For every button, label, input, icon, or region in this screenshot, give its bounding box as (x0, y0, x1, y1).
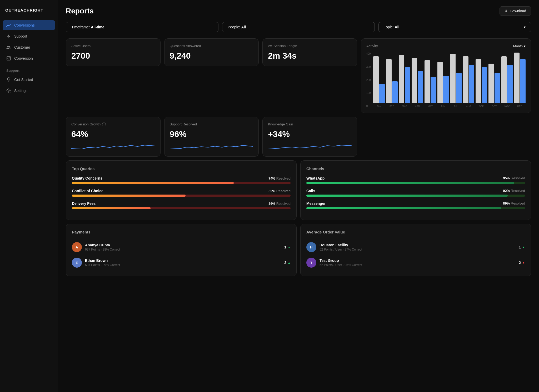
bar-white (412, 58, 417, 103)
checklist-icon (6, 56, 11, 61)
person-info: Houston Facility 52 Points / User · 97% … (320, 243, 516, 251)
sidebar-item-support[interactable]: Support (3, 31, 55, 41)
arrow-down-icon: ▼ (522, 261, 525, 264)
query-name: Quality Concerns (72, 176, 102, 180)
channel-track (306, 207, 525, 209)
average-order-panel: Average Order Value H Houston Facility 5… (300, 224, 531, 276)
progress-track (72, 195, 291, 197)
bar-group (412, 58, 423, 103)
sidebar-item-conversions[interactable]: Conversions (3, 20, 55, 30)
channel-name: Messenger (306, 201, 326, 206)
bar-blue (495, 73, 500, 103)
bar-blue (405, 67, 410, 103)
query-resolved: 52% Resolved (268, 189, 291, 193)
sidebar: OUTREACHRIGHT Conversions Support (0, 0, 58, 392)
sidebar-item-conversion[interactable]: Conversion (3, 53, 55, 63)
aov-item: T Test Group 52 Points / User · 95% Corr… (306, 255, 525, 270)
progress-fill (72, 182, 234, 184)
download-icon: ⬇ (505, 9, 508, 13)
bar-group (386, 59, 398, 103)
bar-blue (431, 77, 436, 103)
timeframe-filter[interactable]: Timeframe: All-time (66, 22, 218, 32)
sidebar-item-label: Conversion (14, 56, 33, 60)
arrow-up-icon: ▲ (522, 246, 525, 249)
rank-number: 2 (519, 261, 521, 265)
bottom-grid: Top Quaries Quality Concerns 74% Resolve… (66, 160, 531, 220)
bar-white (476, 59, 481, 103)
download-button[interactable]: ⬇ Download (500, 6, 531, 16)
sidebar-item-get-started[interactable]: Get Started (3, 75, 55, 85)
x-label: JAN (373, 105, 385, 108)
channel-resolved: 92% Resolved (503, 189, 525, 193)
topic-filter[interactable]: Topic: All ▾ (378, 22, 531, 32)
sidebar-item-settings[interactable]: Settings (3, 86, 55, 96)
x-label: APR (412, 105, 423, 108)
rank-badge: 1 ▲ (519, 245, 525, 249)
bar-group (463, 56, 475, 103)
y-label-100: 100 (366, 91, 371, 94)
support-resolved-card: Support Resolved 96% (164, 117, 259, 157)
rank-badge: 2 ▼ (519, 261, 525, 265)
bar-white (501, 56, 507, 103)
rank-badge: 1 ▲ (284, 245, 291, 249)
chevron-icon: ▾ (524, 44, 526, 48)
timeframe-label: Timeframe: All-time (71, 25, 104, 29)
bar-blue (443, 76, 449, 103)
channels-list: WhatsApp 95% Resolved Calls 92% Resolved… (306, 176, 525, 209)
x-label: JUN (437, 105, 449, 108)
average-order-title: Average Order Value (306, 230, 525, 234)
bar-blue (418, 71, 423, 103)
bar-blue (456, 73, 462, 103)
bar-group (488, 64, 500, 103)
query-item: Quality Concerns 74% Resolved (72, 176, 291, 184)
bar-white (373, 56, 379, 103)
person-info: Ananya Gupta 637 Points · 98% Correct (85, 243, 281, 251)
conversion-growth-sparkline (71, 143, 155, 151)
svg-point-6 (8, 90, 9, 91)
channel-resolved: 95% Resolved (503, 176, 525, 180)
sidebar-item-customer[interactable]: Customer (3, 42, 55, 52)
channel-track (306, 195, 525, 197)
questions-answered-label: Questions Answered (170, 44, 253, 48)
avatar: T (306, 258, 316, 268)
bar-group (399, 55, 411, 103)
top-queries-list: Quality Concerns 74% Resolved Conflict o… (72, 176, 291, 209)
x-label: JUL (450, 105, 462, 108)
knowledge-gain-value: +34% (268, 129, 352, 139)
main-content: Reports ⬇ Download Timeframe: All-time P… (58, 0, 539, 392)
query-resolved: 74% Resolved (268, 176, 291, 180)
progress-fill (72, 195, 186, 197)
channel-fill (306, 195, 508, 197)
bar-blue (379, 84, 385, 103)
channel-resolved: 89% Resolved (503, 201, 525, 206)
month-selector[interactable]: Month ▾ (513, 44, 526, 48)
person-info: Test Group 52 Points / User · 95% Correc… (320, 258, 516, 267)
query-item: Conflict of Choice 52% Resolved (72, 189, 291, 197)
info-icon: i (102, 123, 106, 126)
bar-white (450, 54, 456, 103)
svg-rect-3 (7, 57, 11, 60)
people-filter[interactable]: People: All (222, 22, 375, 32)
chart-x-labels: JANFEBMARAPRMAYJUNJULAUGSEPOCTNOVDEC (373, 105, 526, 108)
person-item: E Ethan Brown 637 Points · 89% Correct 2… (72, 255, 291, 270)
person-name: Test Group (320, 258, 516, 263)
aov-item: H Houston Facility 52 Points / User · 97… (306, 240, 525, 255)
channel-track (306, 182, 525, 184)
bar-white (514, 53, 520, 103)
channels-panel: Channels WhatsApp 95% Resolved Calls 92%… (300, 160, 531, 220)
channel-fill (306, 182, 514, 184)
knowledge-gain-sparkline (268, 143, 352, 151)
rank-number: 2 (284, 261, 286, 265)
topic-label: Topic: All (384, 25, 399, 29)
chart-bars-container (373, 52, 526, 103)
bar-blue (469, 65, 475, 103)
x-label: NOV (501, 105, 513, 108)
person-item: A Ananya Gupta 637 Points · 98% Correct … (72, 240, 291, 255)
payments-title: Payments (72, 230, 291, 234)
brand-logo: OUTREACHRIGHT (0, 5, 58, 20)
bar-group (514, 53, 526, 103)
person-sub: 52 Points / User · 97% Correct (320, 248, 516, 251)
support-resolved-label: Support Resolved (170, 122, 253, 126)
main-header: Reports ⬇ Download (66, 6, 531, 16)
average-order-list: H Houston Facility 52 Points / User · 97… (306, 240, 525, 270)
